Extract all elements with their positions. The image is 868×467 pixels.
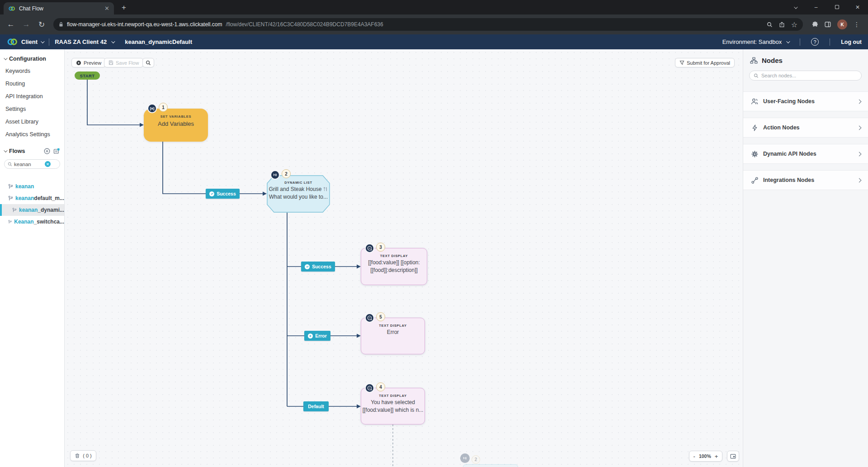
- category-integrations-nodes[interactable]: Integrations Nodes: [743, 170, 868, 190]
- minimap-toggle-button[interactable]: [727, 451, 739, 462]
- edge-label-success-1[interactable]: Success: [206, 189, 240, 199]
- workspace-label: RAAS ZA Client 42: [55, 38, 107, 45]
- sidebar-item-settings[interactable]: Settings: [0, 103, 64, 115]
- lightning-icon: [750, 124, 759, 131]
- url-host: flow-manager-ui.eks-int.newport-qa.eu-we…: [67, 21, 222, 28]
- node-text-display-5[interactable]: 5 TEXT DISPLAY Error: [361, 318, 425, 354]
- chevron-down-icon: [41, 39, 44, 43]
- sidebar-item-api-integration[interactable]: API Integration: [0, 90, 64, 103]
- chevron-down-icon: [4, 148, 7, 152]
- flow-canvas[interactable]: Preview Save Flow Submit for Approval ST…: [65, 49, 743, 467]
- hierarchy-icon: [750, 57, 758, 64]
- back-button[interactable]: ←: [5, 18, 17, 31]
- category-user-facing-nodes[interactable]: User-Facing Nodes: [743, 91, 868, 111]
- node-dynamic-list[interactable]: 2 DYNAMIC LIST Grill and Steak House Wha…: [267, 175, 330, 213]
- nodes-search-input[interactable]: [761, 73, 857, 78]
- help-button[interactable]: ?: [811, 38, 819, 46]
- edge-label-default[interactable]: Default: [303, 401, 329, 411]
- browser-menu-icon[interactable]: ⋮: [854, 21, 860, 28]
- integration-icon: [750, 177, 759, 184]
- save-flow-button[interactable]: Save Flow: [104, 58, 143, 67]
- delete-selection-button[interactable]: ( 0 ): [70, 450, 96, 461]
- node-text-display-4[interactable]: 4 TEXT DISPLAY You have selected [[food:…: [361, 388, 425, 424]
- chevron-down-icon: [111, 39, 115, 43]
- reload-button[interactable]: ↻: [35, 18, 48, 31]
- zoom-control: - 100% +: [689, 451, 722, 462]
- environment-selector[interactable]: Environment: Sandbox: [722, 38, 789, 45]
- clickatell-logo: [6, 38, 18, 46]
- flows-section-header[interactable]: Flows: [0, 144, 64, 157]
- flow-item-keanandefault[interactable]: keanandefault_m...: [0, 192, 64, 204]
- zoom-out-button[interactable]: -: [693, 453, 696, 460]
- node-text-display-3[interactable]: 3 TEXT DISPLAY [[food:value]] [[option: …: [361, 248, 427, 285]
- configuration-section-header[interactable]: Configuration: [0, 52, 64, 65]
- sidebar-item-keywords[interactable]: Keywords: [0, 65, 64, 77]
- node-text-line1: Grill and Steak House: [269, 186, 322, 192]
- logout-button[interactable]: Log out: [841, 39, 862, 45]
- dynamic-list-badge-icon: [270, 170, 280, 180]
- tab-search-icon[interactable]: [785, 4, 806, 10]
- search-icon: [754, 73, 759, 78]
- node-text-line1: You have selected: [361, 399, 425, 405]
- extensions-icon[interactable]: [812, 21, 818, 28]
- edge-label-success-2[interactable]: Success: [301, 262, 335, 272]
- flows-title: Flows: [9, 148, 25, 154]
- flow-item-keanan-switchcase[interactable]: Keanan_switchca...: [0, 216, 64, 228]
- preview-button[interactable]: Preview: [71, 58, 106, 67]
- new-tab-button[interactable]: +: [118, 3, 129, 12]
- browser-tab[interactable]: Chat Flow ✕: [4, 2, 114, 14]
- canvas-search-button[interactable]: [142, 58, 154, 67]
- forward-button[interactable]: →: [20, 18, 33, 31]
- window-minimize-button[interactable]: –: [806, 4, 826, 10]
- address-bar[interactable]: flow-manager-ui.eks-int.newport-qa.eu-we…: [53, 18, 803, 31]
- sidebar-item-routing[interactable]: Routing: [0, 77, 64, 90]
- trash-icon: [75, 453, 80, 458]
- header-divider: [49, 38, 49, 46]
- node-type-label: TEXT DISPLAY: [361, 254, 427, 258]
- variable-badge-icon: [a]: [147, 104, 157, 113]
- window-maximize-button[interactable]: [826, 4, 847, 10]
- profile-avatar[interactable]: K: [837, 19, 847, 29]
- node-set-variables[interactable]: [a] 1 SET VARIABLES Add Variables: [144, 109, 208, 142]
- speech-bubble-badge-icon: [365, 383, 374, 393]
- x-icon: [308, 334, 313, 338]
- environment-label: Environment: Sandbox: [722, 38, 782, 45]
- browser-toolbar: ← → ↻ flow-manager-ui.eks-int.newport-qa…: [0, 14, 868, 34]
- flow-board-icon[interactable]: [53, 148, 60, 154]
- submit-for-approval-button[interactable]: Submit for Approval: [675, 58, 735, 67]
- edge-label-error[interactable]: Error: [304, 331, 330, 341]
- side-panel-icon[interactable]: [825, 21, 831, 28]
- clickatell-favicon: [8, 6, 15, 11]
- zoom-in-button[interactable]: +: [714, 453, 719, 460]
- ghost-node-shape: [463, 464, 518, 467]
- flow-search[interactable]: ✕: [4, 159, 60, 169]
- chevron-right-icon: [857, 178, 862, 182]
- current-flow-name: keanan_dynamicDefault: [125, 38, 192, 45]
- start-node[interactable]: START: [75, 71, 100, 80]
- nodes-panel: Nodes User-Facing Nodes Action Nodes: [743, 49, 868, 467]
- node-type-label: DYNAMIC LIST: [267, 181, 330, 185]
- tab-title: Chat Flow: [19, 5, 101, 12]
- sidebar-item-asset-library[interactable]: Asset Library: [0, 115, 64, 128]
- client-selector[interactable]: Client: [6, 38, 43, 46]
- sidebar-item-analytics-settings[interactable]: Analytics Settings: [0, 128, 64, 141]
- chevron-right-icon: [857, 152, 862, 156]
- nodes-search[interactable]: [749, 71, 862, 81]
- window-close-button[interactable]: ✕: [847, 4, 868, 10]
- node-number-badge: 4: [376, 382, 385, 391]
- bookmark-star-icon[interactable]: ☆: [791, 20, 797, 29]
- workspace-selector[interactable]: RAAS ZA Client 42: [55, 38, 114, 45]
- users-icon: [750, 98, 759, 105]
- add-flow-icon[interactable]: [44, 148, 50, 154]
- flow-item-keanan-dynamic-selected[interactable]: keanan_dynami...: [0, 204, 64, 216]
- share-icon[interactable]: [779, 22, 785, 28]
- check-icon: [209, 191, 214, 196]
- category-dynamic-api-nodes[interactable]: Dynamic API Nodes: [743, 144, 868, 164]
- node-type-label: SET VARIABLES: [144, 114, 208, 119]
- tab-close-icon[interactable]: ✕: [104, 5, 109, 12]
- flow-search-input[interactable]: [14, 162, 43, 167]
- flow-item-keanan[interactable]: keanan: [0, 181, 64, 192]
- category-action-nodes[interactable]: Action Nodes: [743, 118, 868, 138]
- zoom-page-icon[interactable]: [767, 22, 773, 28]
- clear-search-icon[interactable]: ✕: [45, 161, 51, 167]
